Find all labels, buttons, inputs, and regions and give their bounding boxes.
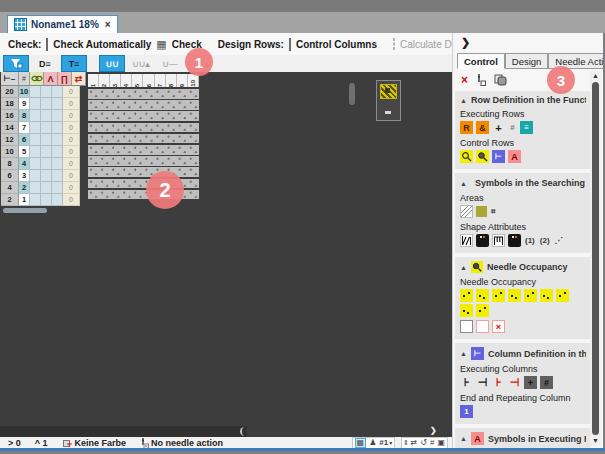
- function-cell[interactable]: [41, 122, 52, 134]
- executing-row-lines-icon[interactable]: ≡: [520, 121, 533, 134]
- cast-off-symbol-icon[interactable]: ∏: [58, 72, 72, 86]
- function-cell[interactable]: [41, 86, 52, 98]
- table-row[interactable]: 1890: [1, 98, 86, 110]
- needle-occupancy-option-icon[interactable]: [540, 289, 553, 302]
- column-hash-icon[interactable]: #: [540, 376, 553, 389]
- executing-row-amp-icon[interactable]: &: [476, 121, 489, 134]
- tab-design[interactable]: Design: [505, 53, 549, 69]
- needle-empty-icon[interactable]: [460, 320, 473, 333]
- table-row[interactable]: 420: [1, 182, 86, 194]
- loop-view-icon[interactable]: ↺: [420, 439, 427, 447]
- table-row[interactable]: 210: [1, 194, 86, 206]
- function-cell[interactable]: [52, 98, 63, 110]
- panel-collapse-button[interactable]: ❯: [461, 36, 470, 49]
- navigator-viewport[interactable]: [380, 84, 397, 99]
- needle-occupancy-option-icon[interactable]: [556, 289, 569, 302]
- needle-occupancy-option-icon[interactable]: [476, 289, 489, 302]
- canvas-horizontal-scrollbar[interactable]: [0, 426, 247, 437]
- scrollbar-thumb[interactable]: [592, 82, 599, 435]
- grid-view-icon[interactable]: #: [430, 439, 434, 447]
- pattern-grid[interactable]: 12345678910: [88, 74, 199, 199]
- canvas-handle[interactable]: [349, 83, 355, 105]
- yarn-chain-icon[interactable]: [30, 72, 44, 86]
- column-plus-icon[interactable]: +: [524, 376, 537, 389]
- collapse-icon[interactable]: ▲: [460, 264, 467, 271]
- function-cell[interactable]: [41, 134, 52, 146]
- function-cell[interactable]: [30, 194, 41, 206]
- shape-narrowing-color-icon[interactable]: [508, 234, 521, 247]
- shape-widening-color-icon[interactable]: [476, 234, 489, 247]
- control-columns-checkbox[interactable]: [289, 38, 291, 51]
- end-repeating-column-icon[interactable]: 1: [460, 405, 473, 418]
- table-row[interactable]: 1680: [1, 110, 86, 122]
- function-cell[interactable]: [52, 194, 63, 206]
- collapse-icon[interactable]: ▲: [460, 97, 467, 104]
- needle-occupancy-option-icon[interactable]: [524, 289, 537, 302]
- function-cell[interactable]: [41, 194, 52, 206]
- function-cell[interactable]: [30, 158, 41, 170]
- pattern-row-band[interactable]: [88, 156, 199, 166]
- table-row[interactable]: 1260: [1, 134, 86, 146]
- row-count-icon[interactable]: #: [19, 72, 30, 86]
- needle-selection-icon[interactable]: [476, 74, 486, 86]
- collapse-icon[interactable]: ▲: [460, 350, 467, 357]
- canvas-scroll-arrow[interactable]: ❯: [430, 426, 437, 435]
- needle-beds-both-warn-button[interactable]: ∪∪▴: [128, 55, 154, 72]
- function-cell[interactable]: [30, 110, 41, 122]
- search-row-filled-icon[interactable]: [476, 150, 489, 163]
- table-row[interactable]: 20100: [1, 86, 86, 98]
- function-cell[interactable]: [30, 134, 41, 146]
- needle-occupancy-option-icon[interactable]: [460, 304, 473, 317]
- function-cell[interactable]: [30, 146, 41, 158]
- executing-row-hash-icon[interactable]: #: [508, 121, 517, 134]
- executing-row-plus-icon[interactable]: +: [492, 121, 505, 134]
- function-cell[interactable]: [52, 146, 63, 158]
- function-cell[interactable]: [41, 170, 52, 182]
- table-row[interactable]: 630: [1, 170, 86, 182]
- collapse-icon[interactable]: ▲: [460, 180, 467, 187]
- function-cell[interactable]: [52, 122, 63, 134]
- check-automatically-label[interactable]: Check Automatically: [53, 39, 151, 50]
- delete-selection-button[interactable]: ×: [461, 74, 468, 86]
- columns-view-icon[interactable]: ‖: [404, 439, 407, 447]
- filter-view-button[interactable]: [3, 55, 29, 72]
- function-cell[interactable]: [41, 146, 52, 158]
- area-number-icon[interactable]: ⌗: [490, 205, 497, 218]
- transfer-symbol-icon[interactable]: Λ: [44, 72, 58, 86]
- collapse-icon[interactable]: ▲: [460, 435, 467, 442]
- left-table-scrollbar[interactable]: [3, 208, 47, 213]
- needle-forbidden-icon[interactable]: ×: [492, 320, 505, 333]
- column-right-icon[interactable]: ⊣: [476, 376, 489, 389]
- pattern-workspace[interactable]: ⊢–#Λ∏⇄ 201001890168014701260105084063042…: [0, 72, 452, 437]
- check-automatically-checkbox[interactable]: [46, 38, 48, 51]
- function-cell[interactable]: [30, 86, 41, 98]
- area-hatch-icon[interactable]: [460, 205, 473, 218]
- function-cell[interactable]: [41, 182, 52, 194]
- pattern-row-band[interactable]: [88, 89, 199, 99]
- table-row[interactable]: 1470: [1, 122, 86, 134]
- pattern-row-band[interactable]: [88, 134, 199, 144]
- table-row[interactable]: 1050: [1, 146, 86, 158]
- function-cell[interactable]: [30, 182, 41, 194]
- shape-widening-icon[interactable]: [460, 234, 473, 247]
- shape-attr-1-icon[interactable]: (1): [524, 234, 536, 247]
- pattern-row-band[interactable]: [88, 167, 199, 177]
- tab-close-button[interactable]: ×: [105, 19, 111, 30]
- function-cell[interactable]: [41, 158, 52, 170]
- function-cell[interactable]: [52, 110, 63, 122]
- fabric-view-toggle[interactable]: ▦: [355, 438, 367, 448]
- function-columns-table[interactable]: ⊢–#Λ∏⇄ 201001890168014701260105084063042…: [1, 72, 86, 206]
- technical-rows-view-button[interactable]: T≡: [61, 55, 87, 72]
- scroll-down-icon[interactable]: ▼: [592, 436, 599, 446]
- pattern-row-band[interactable]: [88, 111, 199, 121]
- scroll-up-icon[interactable]: ▲: [592, 71, 599, 81]
- document-tab[interactable]: Noname1 18% ×: [7, 15, 118, 34]
- needle-none-icon[interactable]: [476, 320, 489, 333]
- function-cell[interactable]: [30, 170, 41, 182]
- needle-beds-both-button[interactable]: ∪∪: [99, 55, 125, 72]
- window-view-icon[interactable]: ▣: [437, 439, 445, 447]
- shape-steps-icon[interactable]: ⋰: [554, 234, 564, 247]
- racking-view-icon[interactable]: ⇄: [411, 439, 418, 447]
- area-color-icon[interactable]: [476, 206, 487, 217]
- panel-scrollbar[interactable]: ▲ ▼: [590, 71, 601, 446]
